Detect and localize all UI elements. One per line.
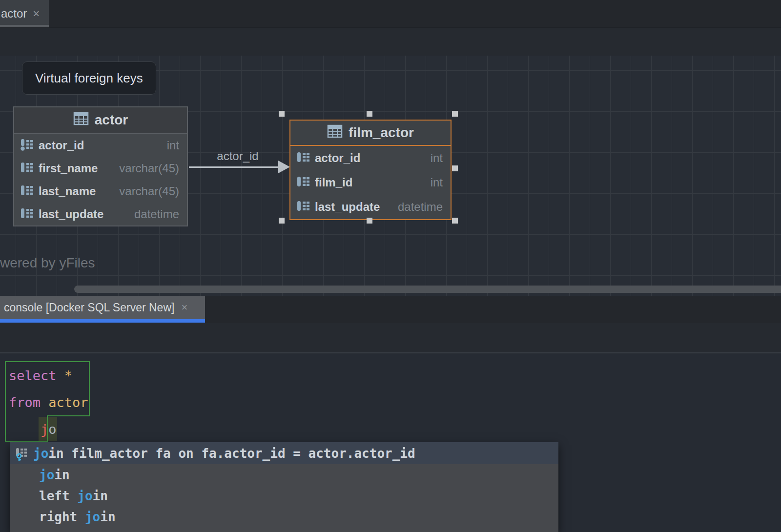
column-name: last_update bbox=[39, 207, 103, 221]
column-icon bbox=[20, 160, 34, 177]
code-line-3: jo bbox=[41, 416, 57, 443]
column-name: actor_id bbox=[315, 151, 360, 165]
tab-label: console [Docker SQL Server New] bbox=[4, 301, 174, 314]
completion-text: left join bbox=[10, 489, 108, 503]
tab-actor-diagram[interactable]: actor × bbox=[0, 0, 49, 27]
column-name: last_update bbox=[315, 200, 380, 214]
relationship-edge[interactable] bbox=[189, 166, 279, 168]
sql-keyword: select bbox=[9, 368, 57, 383]
table-icon bbox=[327, 124, 343, 142]
datagrip-window: actor × 1:1 bbox=[0, 0, 781, 532]
column-type: datetime bbox=[398, 200, 443, 214]
completion-item[interactable]: right join bbox=[10, 506, 558, 527]
column-key-icon bbox=[10, 446, 33, 461]
diagram-tabbar: actor × bbox=[0, 0, 781, 27]
column-type: int bbox=[167, 139, 179, 152]
close-icon[interactable]: × bbox=[33, 7, 40, 20]
close-icon[interactable]: × bbox=[181, 301, 187, 314]
completion-text: join bbox=[10, 468, 70, 482]
selection-handle[interactable] bbox=[452, 165, 458, 171]
column-type: int bbox=[431, 176, 443, 189]
column-row[interactable]: last_update datetime bbox=[290, 195, 451, 219]
primary-key-column-icon bbox=[20, 137, 34, 154]
typed-text: j bbox=[41, 422, 48, 437]
column-icon bbox=[296, 150, 310, 166]
column-name: film_id bbox=[315, 176, 352, 189]
column-icon bbox=[20, 183, 34, 200]
table-name: film_actor bbox=[349, 125, 414, 141]
edge-label: actor_id bbox=[199, 149, 277, 163]
selection-handle[interactable] bbox=[452, 218, 458, 224]
completion-popup: join film_actor fa on fa.actor_id = acto… bbox=[10, 442, 558, 532]
diagram-toolbar: 1:1 ⚙ ? bbox=[0, 27, 781, 56]
code-line-1: select * bbox=[9, 362, 72, 389]
active-tab-underline bbox=[0, 319, 205, 323]
table-icon bbox=[73, 111, 89, 129]
horizontal-scrollbar[interactable] bbox=[74, 286, 781, 293]
completion-text: join film_actor fa on fa.actor_id = acto… bbox=[33, 446, 415, 461]
selection-handle[interactable] bbox=[279, 111, 285, 117]
column-row[interactable]: actor_id int bbox=[14, 134, 187, 157]
tab-label: actor bbox=[1, 7, 27, 20]
column-row[interactable]: last_name varchar(45) bbox=[14, 180, 187, 203]
column-row[interactable]: film_id int bbox=[290, 170, 451, 195]
completion-item[interactable]: join film_actor fa on fa.actor_id = acto… bbox=[10, 442, 558, 464]
code-line-2: from actor bbox=[9, 389, 88, 416]
table-header[interactable]: film_actor bbox=[290, 121, 451, 146]
column-name: first_name bbox=[39, 162, 98, 175]
column-row[interactable]: first_name varchar(45) bbox=[14, 157, 187, 180]
column-icon bbox=[296, 174, 310, 191]
table-name: actor bbox=[95, 112, 128, 128]
typed-text: o bbox=[48, 422, 56, 437]
yfiles-watermark: wered by yFiles bbox=[0, 255, 95, 271]
completion-item[interactable]: join bbox=[10, 464, 558, 485]
er-table-actor[interactable]: actor actor_id int first_name varchar(45… bbox=[13, 106, 188, 226]
selection-handle[interactable] bbox=[279, 218, 285, 224]
selection-handle[interactable] bbox=[452, 111, 458, 117]
completion-text: right join bbox=[10, 510, 116, 524]
selection-handle[interactable] bbox=[367, 218, 372, 224]
console-toolbar: p Tx: Auto ✓ ↺ Playground bbox=[0, 323, 781, 353]
column-name: last_name bbox=[39, 184, 96, 198]
column-row[interactable]: actor_id int bbox=[290, 146, 451, 170]
column-name: actor_id bbox=[39, 139, 84, 152]
column-type: int bbox=[431, 151, 443, 165]
sql-operator: * bbox=[64, 368, 72, 383]
completion-item[interactable]: left join bbox=[10, 485, 558, 506]
sql-table-ref: actor bbox=[48, 395, 88, 410]
er-table-film-actor[interactable]: film_actor actor_id int film_id int last… bbox=[289, 120, 452, 220]
table-header[interactable]: actor bbox=[14, 107, 187, 134]
edge-arrowhead-icon bbox=[278, 161, 290, 173]
selection-handle[interactable] bbox=[367, 111, 372, 117]
column-type: datetime bbox=[134, 207, 179, 221]
column-row[interactable]: last_update datetime bbox=[14, 203, 187, 225]
column-type: varchar(45) bbox=[119, 184, 179, 198]
virtual-foreign-keys-tooltip: Virtual foreign keys bbox=[22, 61, 156, 95]
column-icon bbox=[20, 206, 34, 223]
tab-console[interactable]: console [Docker SQL Server New] × bbox=[0, 296, 205, 319]
column-icon bbox=[296, 199, 310, 215]
sql-keyword: from bbox=[9, 395, 41, 410]
column-type: varchar(45) bbox=[119, 162, 179, 175]
